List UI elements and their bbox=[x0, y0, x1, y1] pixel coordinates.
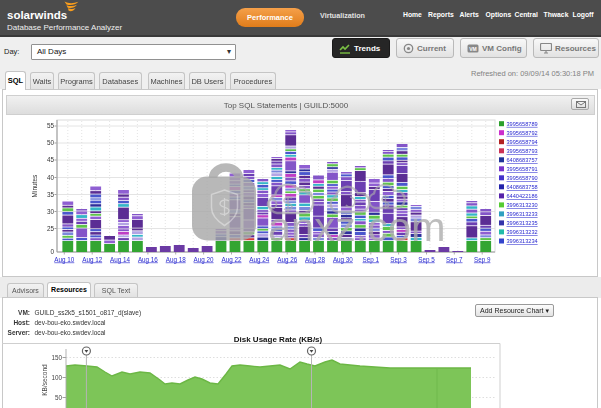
svg-text:VM: VM bbox=[469, 46, 477, 52]
